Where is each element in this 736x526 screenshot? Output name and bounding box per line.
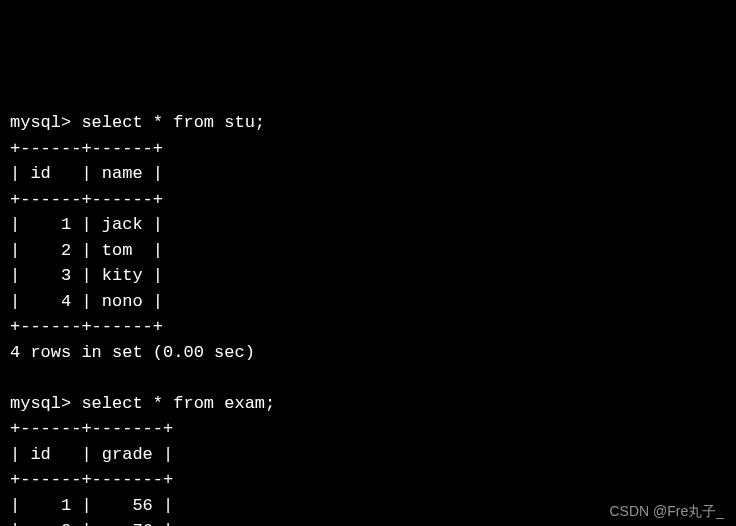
table-border: +------+-------+ <box>10 419 173 438</box>
table-header: | id | grade | <box>10 445 173 464</box>
sql-query: select * from exam; <box>81 394 275 413</box>
result-summary: 4 rows in set (0.00 sec) <box>10 343 255 362</box>
table-row: | 3 | kity | <box>10 266 163 285</box>
sql-query: select * from stu; <box>81 113 265 132</box>
table-border: +------+------+ <box>10 317 163 336</box>
table-row: | 1 | jack | <box>10 215 163 234</box>
table-row: | 1 | 56 | <box>10 496 173 515</box>
mysql-prompt[interactable]: mysql> select * from exam; <box>10 394 275 413</box>
table-border: +------+------+ <box>10 190 163 209</box>
mysql-prompt[interactable]: mysql> select * from stu; <box>10 113 265 132</box>
table-row: | 2 | tom | <box>10 241 163 260</box>
watermark: CSDN @Fre丸子_ <box>609 501 724 522</box>
table-row: | 4 | nono | <box>10 292 163 311</box>
table-border: +------+-------+ <box>10 470 173 489</box>
table-header: | id | name | <box>10 164 163 183</box>
terminal-output: mysql> select * from stu; +------+------… <box>10 110 726 526</box>
table-border: +------+------+ <box>10 139 163 158</box>
table-row: | 2 | 76 | <box>10 521 173 526</box>
